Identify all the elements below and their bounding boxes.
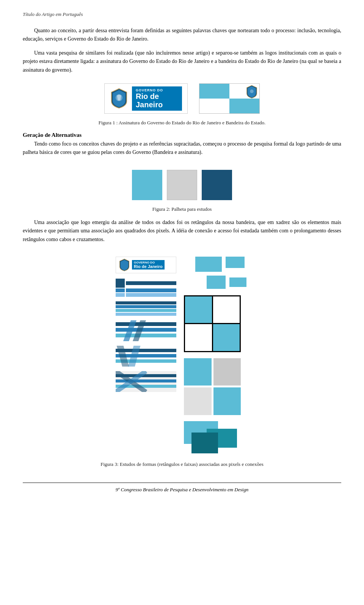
gov-rj-logo: GOVERNO DO Rio de Janeiro [104,83,188,114]
paragraph-1: Quanto ao conceito, a partir dessa entre… [23,27,341,44]
study-mini-text: GOVERNO DO Rio de Janeiro [132,260,165,270]
study-logo-mini: GOVERNO DO Rio de Janeiro [116,257,176,273]
scatter-rects [184,257,248,291]
cross-study-1 [116,320,176,341]
cross-study-3 [116,371,176,392]
figure-1-container: GOVERNO DO Rio de Janeiro Figura 1 : Ass… [23,83,341,126]
page-footer: 9º Congresso Brasileiro de Pesquisa e De… [23,483,341,493]
swatch-3 [202,170,232,200]
svg-point-1 [250,89,254,93]
figure-3-container: GOVERNO DO Rio de Janeiro [23,253,341,467]
paragraph-4: Uma associação que logo emergiu da análi… [23,218,341,244]
blue-gray-grid [184,358,241,415]
teal-box-study [184,421,241,455]
paragraph-2: Uma vasta pesquisa de similares foi real… [23,49,341,74]
figure-3-caption: Figura 3: Estudos de formas (retângulos … [100,461,264,467]
bw-pixel-grid [184,295,241,352]
cross-study-2 [116,346,176,367]
figure-3-studies: GOVERNO DO Rio de Janeiro [23,257,341,455]
stripe-study-2 [116,301,176,316]
flag-shield-icon [246,85,257,99]
rj-flag [199,83,260,114]
palette-swatches [132,170,232,200]
swatch-2 [167,170,197,200]
paragraph-3: Tendo como foco os conceitos chaves do p… [23,140,341,157]
section-heading: Geração de Alternativas [23,132,341,138]
studies-right-col [184,257,248,455]
figure-1-caption: Figura 1 : Assinatura do Governo do Esta… [99,120,265,126]
study-shield-icon [119,259,130,271]
figure-2-container: Figura 2: Palheta para estudos [23,166,341,212]
page-title: Título do Artigo em Português [23,11,341,17]
studies-left-col: GOVERNO DO Rio de Janeiro [116,257,176,392]
gov-logo-line1: GOVERNO DO [136,88,178,92]
figure-2-caption: Figura 2: Palheta para estudos [152,206,212,212]
gov-logo-line2: Rio de Janeiro [136,92,178,109]
swatch-1 [132,170,162,200]
figure-1-images: GOVERNO DO Rio de Janeiro [104,83,260,114]
gov-logo-text-block: GOVERNO DO Rio de Janeiro [132,86,182,111]
gov-shield-icon [110,88,128,109]
stripe-study-1 [116,279,176,297]
